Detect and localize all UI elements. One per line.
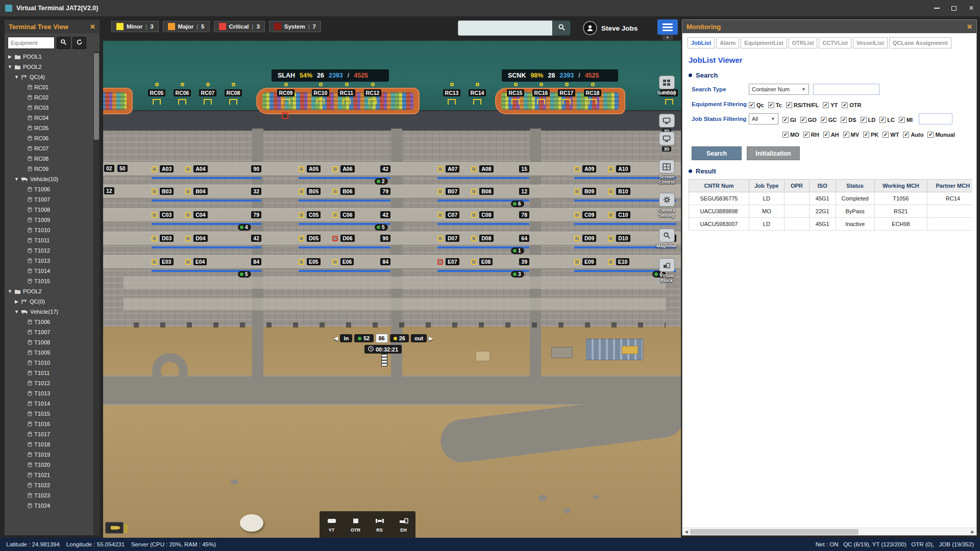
maximize-button[interactable] [945, 0, 963, 16]
tab-joblist[interactable]: JobList [688, 37, 715, 48]
equipment-search-input[interactable] [8, 37, 55, 49]
column-header-status[interactable]: Status [836, 180, 874, 192]
tree-item-rc07[interactable]: RC07 [5, 143, 93, 154]
yard-block-b03[interactable]: B03 [160, 188, 174, 195]
menu-collapse-tab[interactable]: ▼ [662, 35, 673, 40]
yard-block-d09[interactable]: D09 [582, 235, 596, 242]
tree-item-t1023[interactable]: T1023 [5, 490, 93, 500]
expand-arrow-icon[interactable]: ▼ [14, 74, 19, 80]
equip-check-otr[interactable]: ✓OTR [842, 102, 861, 108]
job-check-gc[interactable]: ✓GC [821, 117, 837, 123]
yard-block-b04[interactable]: B04 [193, 188, 207, 195]
search-button[interactable]: Search [692, 146, 742, 160]
yard-block-e07[interactable]: E07 [446, 258, 459, 265]
tree-item-t1007[interactable]: T1007 [5, 194, 93, 205]
yard-block-a05[interactable]: A05 [307, 165, 321, 172]
yard-block-e04[interactable]: E04 [193, 258, 207, 265]
crane-rc08[interactable]: RC08 [222, 83, 244, 105]
expand-arrow-icon[interactable]: ▼ [8, 64, 12, 69]
crane-rc15[interactable]: RC15 [504, 83, 527, 105]
crane-rc17[interactable]: RC17 [555, 83, 578, 105]
tree-search-button[interactable] [57, 37, 70, 49]
tree-item-vehicle17[interactable]: ▼Vehicle(17) [5, 307, 93, 317]
tree-item-rc01[interactable]: RC01 [5, 82, 93, 92]
yard-block-e10[interactable]: E10 [616, 258, 630, 265]
user-chip[interactable]: Steve Jobs [583, 21, 638, 35]
scroll-left-icon[interactable]: ◀ [682, 530, 690, 534]
tree-item-t1019[interactable]: T1019 [5, 449, 93, 460]
tree-item-t1024[interactable]: T1024 [5, 500, 93, 511]
tree-item-t1016[interactable]: T1016 [5, 419, 93, 429]
search-type-select[interactable]: Container Num ▼ [749, 84, 809, 95]
yard-block-d05[interactable]: D05 [307, 235, 321, 242]
column-header-partner-mch[interactable]: Partner MCH [927, 180, 972, 192]
vehicle-toggle-button[interactable] [105, 522, 124, 534]
yard-block-d08[interactable]: D08 [479, 235, 493, 242]
column-header-working-mch[interactable]: Working MCH [874, 180, 927, 192]
yard-block-e09[interactable]: E09 [582, 258, 596, 265]
tree-scrollbar-thumb[interactable] [94, 53, 99, 140]
yard-block-c08[interactable]: C08 [479, 211, 493, 218]
yard-block-d03[interactable]: D03 [160, 235, 174, 242]
yard-block-c07[interactable]: C07 [446, 211, 459, 218]
yard-block-e06[interactable]: E06 [340, 258, 354, 265]
tree-item-t1013[interactable]: T1013 [5, 388, 93, 398]
tree-item-qc0[interactable]: ▶QC(0) [5, 296, 93, 307]
tool-virtual-block[interactable]: Virtual Block [653, 258, 680, 283]
tool-magnifier[interactable]: Magnifier [653, 229, 680, 248]
crane-rc10[interactable]: RC10 [309, 83, 332, 105]
expand-arrow-icon[interactable]: ▶ [14, 299, 19, 304]
table-row[interactable]: UACU5983007LD45G1InactiveECH9865G-5 [689, 218, 973, 231]
tree-scrollbar[interactable] [93, 52, 100, 535]
yard-block-a09[interactable]: A09 [582, 165, 596, 172]
equip-check-tc[interactable]: ✓Tc [768, 102, 782, 108]
alarm-legend-major[interactable]: Major|5 [163, 21, 210, 32]
search-value-input[interactable] [813, 84, 879, 95]
crane-rc14[interactable]: RC14 [466, 83, 488, 105]
crane-rc13[interactable]: RC13 [440, 83, 463, 105]
tree-item-t1010[interactable]: T1010 [5, 358, 93, 368]
tree-refresh-button[interactable] [72, 37, 86, 49]
yard-block-e05[interactable]: E05 [307, 258, 321, 265]
yard-block-b09[interactable]: B09 [582, 188, 596, 195]
alarm-legend-critical[interactable]: Critical|3 [214, 21, 265, 32]
scroll-right-icon[interactable]: ▶ [969, 530, 976, 534]
monitoring-close-icon[interactable]: ✕ [967, 23, 972, 31]
job-check-gi[interactable]: ✓GI [782, 117, 796, 123]
expand-arrow-icon[interactable]: ▼ [14, 309, 19, 314]
tree-item-pool1[interactable]: ▶POOL1 [5, 52, 93, 62]
tree-item-t1015[interactable]: T1015 [5, 409, 93, 419]
job-check-ah[interactable]: ✓AH [823, 132, 839, 138]
yard-block-c03[interactable]: C03 [160, 211, 174, 218]
job-check-ld[interactable]: ✓LD [861, 117, 876, 123]
tab-vessellist[interactable]: VesselList [853, 37, 888, 48]
tree-item-t1022[interactable]: T1022 [5, 480, 93, 490]
job-check-rh[interactable]: ✓RH [803, 132, 819, 138]
tree-item-rc02[interactable]: RC02 [5, 92, 93, 103]
job-check-pk[interactable]: ✓PK [863, 132, 878, 138]
tree-item-t1006[interactable]: T1006 [5, 317, 93, 327]
tab-otrlist[interactable]: OTRList [789, 37, 818, 48]
tree-item-t1011[interactable]: T1011 [5, 235, 93, 245]
yard-block-a07[interactable]: A07 [446, 165, 459, 172]
table-row[interactable]: UACU3889898MO22G1ByPassRS2165H-1 [689, 205, 973, 218]
equip-check-rs-th-fl[interactable]: ✓RS/TH/FL [786, 102, 819, 108]
yard-block-c09[interactable]: C09 [582, 211, 596, 218]
tree-item-t1017[interactable]: T1017 [5, 429, 93, 439]
tree-item-t1009[interactable]: T1009 [5, 215, 93, 225]
crane-rc12[interactable]: RC12 [361, 83, 384, 105]
crane-rc09[interactable]: RC09 [275, 83, 297, 105]
expand-arrow-icon[interactable]: ▶ [8, 54, 12, 59]
yard-block-e08[interactable]: E08 [479, 258, 493, 265]
job-check-ds[interactable]: ✓DS [841, 117, 856, 123]
tree-item-t1012[interactable]: T1012 [5, 245, 93, 256]
crane-rc16[interactable]: RC16 [530, 83, 552, 105]
yard-block-b06[interactable]: B06 [340, 188, 354, 195]
tree-item-t1008[interactable]: T1008 [5, 337, 93, 347]
expand-arrow-icon[interactable]: ▼ [8, 289, 12, 294]
yard-block-c05[interactable]: C05 [307, 211, 321, 218]
job-check-mv[interactable]: ✓MV [843, 132, 860, 138]
crane-rc05[interactable]: RC05 [145, 83, 168, 105]
job-status-select[interactable]: All ▼ [749, 113, 778, 124]
tab-equipmentlist[interactable]: EquipmentList [741, 37, 787, 48]
